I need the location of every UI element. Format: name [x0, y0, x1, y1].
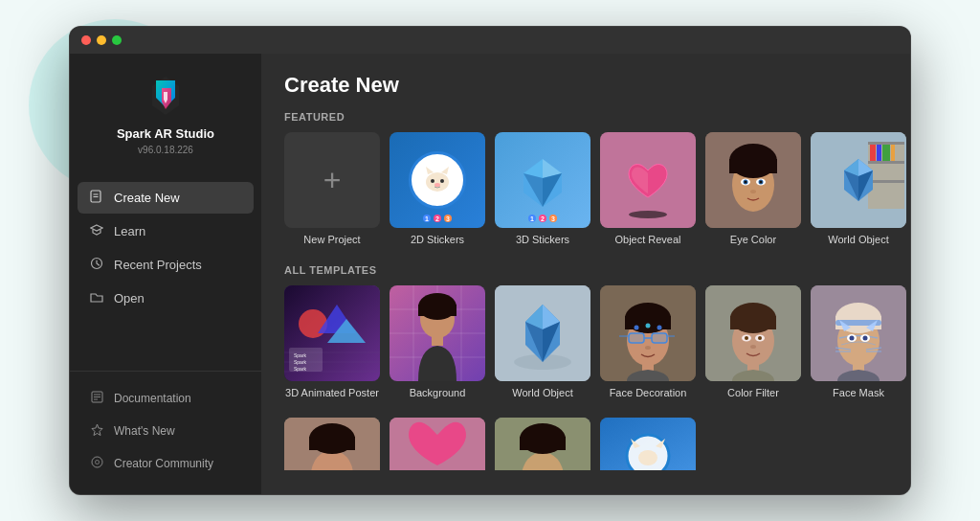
template-card-2d-stickers[interactable]: 1 2 3 2D Stickers: [390, 132, 485, 245]
svg-rect-120: [309, 437, 355, 450]
cat-sticker-icon: [409, 151, 466, 209]
whats-new-icon: [89, 423, 104, 439]
maximize-button[interactable]: [112, 35, 122, 45]
3d-stickers-thumb: 1 2 3: [495, 132, 590, 228]
svg-marker-8: [92, 424, 102, 436]
3d-stickers-label: 3D Stickers: [516, 234, 569, 245]
poster-scene: Spark Spark Spark: [284, 285, 380, 381]
sidebar-nav: Create New Learn: [70, 182, 261, 363]
face-mask-thumb: [811, 285, 906, 381]
partial-thumb-1: [284, 418, 380, 470]
svg-rect-80: [629, 333, 644, 343]
3d-animated-poster-label: 3D Animated Poster: [285, 387, 379, 398]
svg-marker-13: [441, 167, 449, 174]
partial-portrait-3: [495, 418, 590, 470]
creator-community-label: Creator Community: [114, 457, 213, 470]
svg-rect-35: [868, 142, 904, 145]
title-bar: [70, 27, 910, 54]
template-card-color-filter[interactable]: Color Filter: [705, 285, 801, 398]
open-icon: [89, 290, 104, 306]
svg-marker-12: [426, 167, 434, 174]
sidebar-logo: Spark AR Studio v96.0.18.226: [70, 73, 261, 155]
partial-thumb-4: [600, 418, 696, 470]
recent-projects-icon: [89, 257, 104, 273]
svg-point-31: [760, 181, 763, 184]
face-portrait-eye-color: [705, 132, 801, 228]
2d-stickers-dots: 1 2 3: [423, 215, 452, 222]
template-card-world-object[interactable]: World Object: [811, 132, 906, 245]
world-object-scene: [811, 132, 906, 228]
world-object-t-thumb: [495, 285, 590, 381]
sidebar-item-learn[interactable]: Learn: [78, 215, 254, 247]
sidebar-item-create-new[interactable]: Create New: [78, 182, 254, 214]
svg-text:Spark: Spark: [294, 359, 307, 365]
color-filter-label: Color Filter: [727, 387, 779, 398]
close-button[interactable]: [81, 35, 91, 45]
svg-rect-100: [705, 285, 801, 381]
sidebar-version: v96.0.18.226: [138, 145, 193, 155]
face-mask-label: Face Mask: [833, 387, 884, 398]
svg-rect-67: [418, 305, 457, 316]
documentation-label: Documentation: [114, 392, 191, 405]
partial-sticker-4: [600, 418, 696, 470]
svg-point-32: [750, 190, 756, 193]
recent-projects-label: Recent Projects: [114, 258, 202, 272]
template-card-eye-color[interactable]: Eye Color: [705, 132, 801, 245]
world-object-thumb: [811, 132, 906, 228]
sidebar-item-whats-new[interactable]: What's New: [78, 416, 254, 446]
creator-community-icon: [89, 456, 104, 471]
svg-text:Spark: Spark: [294, 352, 307, 358]
diamond-3d-icon: [519, 154, 567, 207]
background-thumb: [390, 285, 485, 381]
color-filter-thumb: [705, 285, 801, 381]
svg-point-51: [299, 309, 327, 338]
open-label: Open: [114, 291, 145, 306]
color-filter-portrait: [705, 285, 801, 381]
template-card-partial-2[interactable]: [390, 418, 485, 470]
svg-point-10: [95, 461, 99, 464]
partial-portrait-1: [284, 418, 380, 470]
template-card-partial-4[interactable]: [600, 418, 696, 470]
world-object-t-label: World Object: [512, 387, 572, 398]
template-card-object-reveal[interactable]: Object Reveal: [600, 132, 696, 245]
all-templates-grid: Spark Spark Spark 3D Animated Poster: [284, 285, 887, 398]
whats-new-label: What's New: [114, 424, 175, 438]
svg-point-85: [645, 346, 651, 350]
svg-rect-25: [729, 159, 777, 173]
window-body: Spark AR Studio v96.0.18.226 Create New: [70, 54, 910, 494]
svg-rect-40: [882, 145, 890, 161]
plus-icon: +: [323, 163, 342, 198]
svg-point-11: [426, 172, 449, 192]
sidebar-item-recent-projects[interactable]: Recent Projects: [78, 249, 254, 281]
template-card-background[interactable]: Background: [390, 285, 485, 398]
create-new-label: Create New: [114, 191, 180, 205]
face-decoration-thumb: [600, 285, 696, 381]
svg-rect-38: [870, 145, 876, 161]
eye-color-label: Eye Color: [730, 234, 776, 245]
svg-rect-125: [520, 437, 566, 450]
2d-stickers-thumb: 1 2 3: [390, 132, 485, 228]
template-card-world-object-t[interactable]: World Object: [495, 285, 590, 398]
template-card-3d-animated-poster[interactable]: Spark Spark Spark 3D Animated Poster: [284, 285, 380, 398]
new-project-label: New Project: [303, 234, 360, 245]
background-label: Background: [410, 387, 466, 398]
template-card-partial-3[interactable]: [495, 418, 590, 470]
sidebar-item-open[interactable]: Open: [78, 283, 254, 314]
sidebar-item-documentation[interactable]: Documentation: [78, 383, 254, 414]
template-card-face-decoration[interactable]: Face Decoration: [600, 285, 696, 398]
svg-point-28: [745, 181, 747, 184]
face-decoration-label: Face Decoration: [610, 387, 687, 398]
minimize-button[interactable]: [97, 35, 106, 45]
template-card-partial-1[interactable]: [284, 418, 380, 470]
template-card-new-project[interactable]: + New Project: [284, 132, 380, 245]
main-content: Create New Featured + New Project: [261, 54, 910, 494]
svg-point-109: [850, 336, 855, 341]
svg-rect-37: [868, 180, 904, 183]
sidebar-item-creator-community[interactable]: Creator Community: [78, 448, 254, 479]
sidebar: Spark AR Studio v96.0.18.226 Create New: [70, 54, 261, 494]
new-project-thumb: +: [284, 132, 380, 228]
svg-point-15: [440, 179, 444, 183]
template-card-3d-stickers[interactable]: 1 2 3 3D Stickers: [495, 132, 590, 245]
featured-section-label: Featured: [284, 111, 887, 123]
template-card-face-mask[interactable]: Face Mask: [811, 285, 906, 398]
